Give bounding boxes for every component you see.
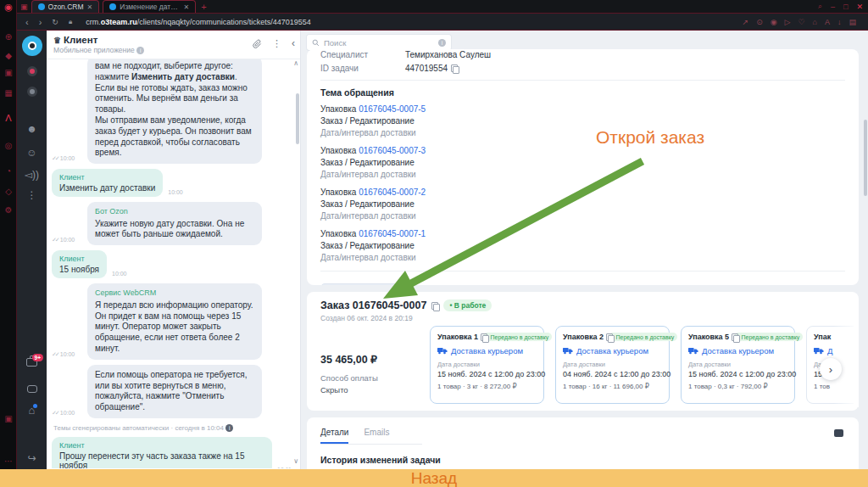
gallery-icon[interactable]: ▦ xyxy=(0,88,17,98)
share-icon[interactable]: ↗ xyxy=(743,18,749,26)
carousel-next-button[interactable]: › xyxy=(820,358,842,380)
settings-gear-icon[interactable]: ⚙ xyxy=(0,205,17,215)
info-icon[interactable]: i xyxy=(225,424,233,432)
back-bar[interactable]: Назад xyxy=(0,469,868,487)
maximize-button[interactable]: □ xyxy=(843,3,848,11)
search-input[interactable] xyxy=(324,38,438,48)
message-client-2: Клиент15 ноября 10:00 xyxy=(52,250,292,278)
delivery-method-link[interactable]: Доставка курьером xyxy=(702,346,774,355)
package-link[interactable]: 01676045-0007-3 xyxy=(359,146,426,155)
specialist-label: Специалист xyxy=(320,50,405,59)
details-card: Детали Emails История изменений задачи xyxy=(307,417,859,469)
history-icon[interactable]: ◔ xyxy=(0,166,17,176)
message-client-3: КлиентПрошу перенести эту часть заказа т… xyxy=(52,437,292,468)
package-link[interactable]: 01676045-0007-2 xyxy=(359,188,426,197)
search-bar[interactable]: i xyxy=(307,35,451,50)
copy-icon[interactable] xyxy=(451,64,458,72)
package-card-3[interactable]: Упаковка 5Передано в доставку Доставка к… xyxy=(681,326,795,404)
tv-icon[interactable]: ▣ xyxy=(0,68,17,77)
scroll-down-icon[interactable]: ∨ xyxy=(293,457,298,465)
kebab-menu-icon[interactable]: ⋮ xyxy=(27,190,37,200)
profile-icon[interactable]: A xyxy=(825,18,830,26)
package-card-2[interactable]: Упаковка 2Передано в доставку Доставка к… xyxy=(555,326,670,404)
forward-icon[interactable]: › xyxy=(39,17,42,27)
tab-close-icon-2[interactable]: ✕ xyxy=(184,3,190,11)
play-circle-icon[interactable]: ◎ xyxy=(0,141,17,150)
home-icon[interactable]: ⌂ xyxy=(29,404,36,417)
tab-ozon-crm[interactable]: Ozon.CRM ✕ xyxy=(31,0,100,13)
play-icon[interactable]: ▷ xyxy=(785,18,791,26)
panel-list-icon[interactable]: ▤ xyxy=(849,18,856,26)
bookmark-heart-icon[interactable]: ♡ xyxy=(798,18,804,26)
new-tab-button[interactable]: + xyxy=(201,2,206,12)
specialist-link[interactable]: Темирханова Саулеш xyxy=(405,50,491,59)
scroll-up-icon[interactable]: ∧ xyxy=(293,59,298,67)
package-status-badge: Передано в доставку xyxy=(734,333,803,341)
camera-ext-icon[interactable]: ⊙ xyxy=(756,18,763,26)
back-icon[interactable]: ‹ xyxy=(25,17,29,27)
delivery-method-link[interactable]: Доставка курьером xyxy=(576,346,648,355)
search-info-icon[interactable]: i xyxy=(438,39,446,47)
browser-urlbar: ‹ › ↻ 🔒︎ crm.o3team.ru/clients/nqaqkty/c… xyxy=(17,14,868,31)
mention-icon[interactable]: ⊕ xyxy=(0,32,17,42)
sender-label: Клиент xyxy=(59,255,99,263)
extension-icons: ↗ ⊙ ◉ ▷ ♡ ⌂ A ↓ ▤ xyxy=(743,18,868,26)
message-bold: Изменить дату доставки xyxy=(131,72,235,81)
arc-logo-icon[interactable]: Λ xyxy=(0,113,17,123)
search-tabs-icon[interactable]: ⌕ xyxy=(818,2,822,11)
home-ext-icon[interactable]: ⌂ xyxy=(813,18,817,26)
recording-status-icon[interactable] xyxy=(27,66,37,76)
tab-close-icon[interactable]: ✕ xyxy=(87,3,93,11)
order-total: 35 465,00 ₽ xyxy=(320,353,377,366)
packages-carousel[interactable]: Упаковка 1Передано в доставку Доставка к… xyxy=(430,326,854,404)
box-icon[interactable]: ◇ xyxy=(0,187,17,196)
tab-emails[interactable]: Emails xyxy=(364,428,389,444)
clients-icon[interactable]: ☻ xyxy=(26,124,37,134)
announcements-icon[interactable]: ◅)) xyxy=(25,170,39,180)
tab-details[interactable]: Детали xyxy=(320,428,348,444)
ozon-logo[interactable] xyxy=(22,36,42,56)
message-text: Прошу перенести эту часть заказа также н… xyxy=(59,451,244,468)
panel-scrollbar[interactable] xyxy=(864,120,867,196)
target-icon[interactable]: ◉ xyxy=(771,18,777,26)
messages-area[interactable]: ∧ вам не подходит, выберите другое: нажм… xyxy=(47,59,300,468)
app-logo-icon[interactable]: ◉ xyxy=(0,2,17,13)
attach-icon[interactable] xyxy=(253,39,262,48)
tab-date-change[interactable]: Изменение даты и врем ✕ xyxy=(103,0,196,13)
chats-icon[interactable]: ☺ xyxy=(26,148,36,158)
history-title: История изменений задачи xyxy=(320,455,845,465)
reload-icon[interactable]: ↻ xyxy=(52,18,58,26)
annotation-open-order: Открой заказ xyxy=(596,127,704,148)
downloads-icon[interactable]: ↓ xyxy=(837,18,842,26)
collapse-panel-icon[interactable]: ‹ xyxy=(292,37,295,49)
copy-icon[interactable] xyxy=(431,302,438,310)
status-dot-icon[interactable] xyxy=(27,87,37,97)
truck-icon xyxy=(814,347,824,355)
chat-scrollbar[interactable] xyxy=(296,93,299,144)
package-link[interactable]: 01676045-0007-1 xyxy=(359,229,426,238)
rate-task-button[interactable]: Оценить задачу xyxy=(320,283,400,285)
comments-icon[interactable] xyxy=(27,385,37,393)
logout-icon[interactable]: ↪ xyxy=(27,453,36,463)
screenshot-icon[interactable]: ▣ xyxy=(0,414,17,423)
url-text[interactable]: crm.o3team.ru/clients/nqaqkty/communicat… xyxy=(86,18,311,26)
close-window-button[interactable]: ✕ xyxy=(856,3,863,11)
forum-icon[interactable] xyxy=(834,429,843,437)
minimize-button[interactable]: – xyxy=(831,3,835,11)
gift-icon[interactable]: ◆ xyxy=(0,51,17,60)
tab-tiling-icon[interactable]: ▣ xyxy=(20,0,28,14)
tasks-icon[interactable]: 9+ xyxy=(26,358,37,367)
more-icon[interactable]: ⋯ xyxy=(0,456,17,466)
payment-label: Способ оплаты xyxy=(320,373,378,383)
package-link[interactable]: 01676045-0007-5 xyxy=(359,104,426,114)
delivery-method-link[interactable]: Доставка курьером xyxy=(451,346,523,355)
info-icon[interactable]: i xyxy=(136,47,144,54)
tab-title: Ozon.CRM xyxy=(48,3,84,11)
payment-value: Скрыто xyxy=(320,385,348,395)
timestamp: 10:11 xyxy=(277,467,292,468)
chat-menu-icon[interactable]: ⋮ xyxy=(272,38,281,49)
tab-title-2: Изменение даты и врем xyxy=(120,3,180,11)
delivery-method-link[interactable]: Д xyxy=(827,346,832,355)
ozon-favicon-2 xyxy=(109,3,116,10)
package-card-1[interactable]: Упаковка 1Передано в доставку Доставка к… xyxy=(430,326,544,404)
